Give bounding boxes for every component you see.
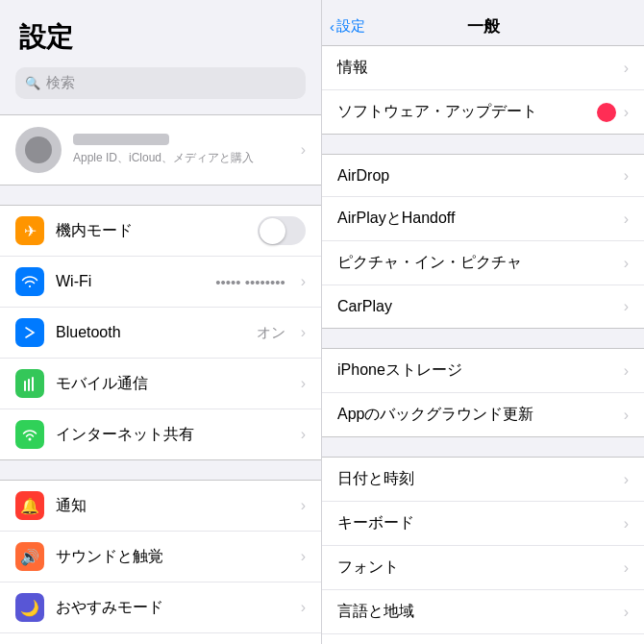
svg-rect-3 [32, 377, 34, 391]
pip-label: ピクチャ・イン・ピクチャ [337, 253, 624, 273]
airdrop-row[interactable]: AirDrop › [322, 155, 644, 197]
carplay-row[interactable]: CarPlay › [322, 285, 644, 328]
left-panel: 設定 🔍 検索 Apple ID、iCloud、メディアと購入 › ✈ 機内モー… [0, 0, 322, 644]
back-chevron-icon: ‹ [330, 18, 334, 35]
info-row[interactable]: 情報 › [322, 46, 644, 90]
sound-row[interactable]: 🔊 サウンドと触覚 › [0, 532, 321, 582]
donotdisturb-chevron: › [301, 599, 306, 616]
notifications-icon: 🔔 [15, 491, 44, 520]
bluetooth-value: オン [257, 324, 285, 342]
mobile-row[interactable]: モバイル通信 › [0, 359, 321, 409]
hotspot-label: インターネット共有 [56, 425, 289, 445]
right-group2: AirDrop › AirPlayとHandoff › ピクチャ・イン・ピクチャ… [322, 154, 644, 329]
mobile-icon [15, 369, 44, 398]
keyboard-label: キーボード [337, 513, 624, 533]
mobile-chevron: › [301, 375, 306, 392]
wifi-icon [15, 267, 44, 296]
pip-row[interactable]: ピクチャ・イン・ピクチャ › [322, 241, 644, 285]
notifications-group: 🔔 通知 › 🔊 サウンドと触覚 › 🌙 おやすみモード › ⏱ スクリーンタイ… [0, 480, 321, 644]
datetime-label: 日付と時刻 [337, 469, 624, 489]
search-bar[interactable]: 🔍 検索 [15, 67, 306, 99]
background-app-label: Appのバックグラウンド更新 [337, 405, 624, 425]
right-group4: 日付と時刻 › キーボード › フォント › 言語と地域 › 辞書 › [322, 457, 644, 644]
donotdisturb-label: おやすみモード [56, 598, 289, 618]
notifications-row[interactable]: 🔔 通知 › [0, 481, 321, 532]
language-chevron: › [624, 604, 629, 621]
wifi-row[interactable]: Wi-Fi ••••• •••••••• › [0, 257, 321, 308]
airplane-mode-row[interactable]: ✈ 機内モード [0, 206, 321, 257]
dictionary-row[interactable]: 辞書 › [322, 634, 644, 644]
sound-icon: 🔊 [15, 542, 44, 571]
carplay-label: CarPlay [337, 298, 624, 315]
datetime-chevron: › [624, 471, 629, 488]
iphone-storage-chevron: › [624, 362, 629, 380]
right-group3: iPhoneストレージ › Appのバックグラウンド更新 › [322, 348, 644, 437]
iphone-storage-row[interactable]: iPhoneストレージ › [322, 349, 644, 393]
right-group1: 情報 › ソフトウェア・アップデート › [322, 45, 644, 135]
connectivity-group: ✈ 機内モード Wi-Fi ••••• •••••••• › [0, 205, 321, 460]
account-chevron: › [301, 141, 306, 159]
carplay-chevron: › [624, 298, 629, 315]
bluetooth-row[interactable]: Bluetooth オン › [0, 308, 321, 359]
wifi-label: Wi-Fi [56, 273, 204, 290]
avatar-image [25, 136, 52, 163]
bluetooth-label: Bluetooth [56, 324, 245, 341]
software-update-dot [597, 103, 616, 122]
search-input: 検索 [46, 74, 75, 92]
back-label: 設定 [336, 17, 365, 36]
right-header: ‹ 設定 一般 [322, 0, 644, 45]
back-button[interactable]: ‹ 設定 [330, 17, 365, 36]
iphone-storage-label: iPhoneストレージ [337, 360, 624, 381]
airplane-toggle[interactable] [258, 216, 306, 245]
account-row[interactable]: Apple ID、iCloud、メディアと購入 › [0, 115, 321, 185]
sound-chevron: › [301, 548, 306, 565]
account-section: Apple ID、iCloud、メディアと購入 › [0, 114, 321, 186]
language-row[interactable]: 言語と地域 › [322, 590, 644, 634]
keyboard-row[interactable]: キーボード › [322, 502, 644, 546]
language-label: 言語と地域 [337, 602, 624, 622]
font-label: フォント [337, 557, 624, 578]
account-name [73, 134, 169, 145]
font-row[interactable]: フォント › [322, 546, 644, 590]
info-chevron: › [624, 60, 629, 77]
hotspot-row[interactable]: インターネット共有 › [0, 409, 321, 459]
software-label: ソフトウェア・アップデート [337, 102, 597, 122]
toggle-knob [260, 218, 285, 244]
svg-rect-2 [28, 379, 30, 391]
airplay-label: AirPlayとHandoff [337, 209, 624, 229]
software-chevron: › [624, 104, 629, 121]
wifi-chevron: › [301, 273, 306, 290]
svg-point-0 [29, 285, 31, 287]
hotspot-chevron: › [301, 426, 306, 443]
search-icon: 🔍 [25, 76, 40, 90]
background-app-row[interactable]: Appのバックグラウンド更新 › [322, 393, 644, 436]
account-info: Apple ID、iCloud、メディアと購入 [73, 134, 289, 166]
account-subtitle: Apple ID、iCloud、メディアと購入 [73, 150, 289, 166]
airplane-icon: ✈ [15, 216, 44, 245]
notifications-chevron: › [301, 497, 306, 514]
svg-point-5 [29, 438, 32, 441]
mobile-label: モバイル通信 [56, 374, 289, 394]
svg-rect-1 [24, 381, 26, 391]
screentime-row[interactable]: ⏱ スクリーンタイム › [0, 633, 321, 644]
font-chevron: › [624, 559, 629, 577]
hotspot-icon [15, 420, 44, 449]
right-panel: ‹ 設定 一般 情報 › ソフトウェア・アップデート › AirDrop › A… [322, 0, 644, 644]
donotdisturb-icon: 🌙 [15, 593, 44, 622]
airdrop-label: AirDrop [337, 167, 624, 185]
notifications-label: 通知 [56, 496, 289, 516]
bluetooth-icon [15, 318, 44, 347]
datetime-row[interactable]: 日付と時刻 › [322, 458, 644, 502]
background-app-chevron: › [624, 407, 629, 424]
right-title: 一般 [467, 15, 500, 37]
airdrop-chevron: › [624, 167, 629, 185]
software-update-row[interactable]: ソフトウェア・アップデート › [322, 90, 644, 134]
app-title: 設定 [0, 19, 321, 67]
donotdisturb-row[interactable]: 🌙 おやすみモード › [0, 582, 321, 633]
airplay-handoff-row[interactable]: AirPlayとHandoff › [322, 197, 644, 241]
keyboard-chevron: › [624, 515, 629, 533]
avatar [15, 127, 62, 173]
info-label: 情報 [337, 58, 624, 78]
bluetooth-chevron: › [301, 324, 306, 341]
airplay-chevron: › [624, 211, 629, 228]
